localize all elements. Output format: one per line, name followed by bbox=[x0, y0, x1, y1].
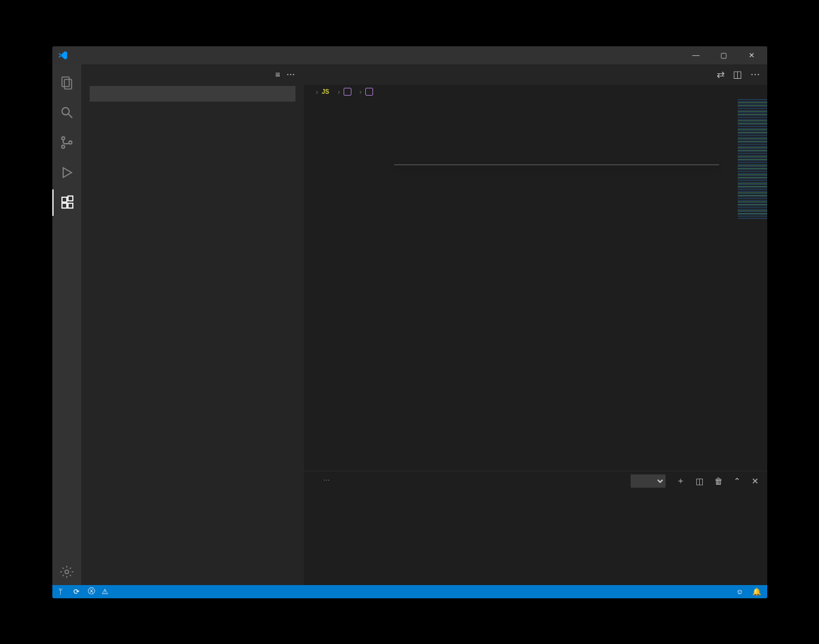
filter-icon[interactable]: ≡ bbox=[275, 70, 280, 79]
more-icon[interactable]: ⋯ bbox=[286, 70, 295, 79]
panel-more-icon[interactable]: ⋯ bbox=[323, 477, 330, 485]
settings-gear-icon[interactable] bbox=[52, 559, 81, 585]
terminal-selector[interactable] bbox=[631, 474, 666, 488]
editor-tabs: ⇄ ◫ ⋯ bbox=[304, 64, 767, 85]
code-editor[interactable] bbox=[304, 99, 767, 471]
compare-changes-icon[interactable]: ⇄ bbox=[717, 69, 725, 80]
panel-header: ⋯ ＋ ◫ 🗑 ⌃ ✕ bbox=[304, 471, 767, 491]
terminal-output[interactable] bbox=[304, 491, 767, 585]
svg-rect-1 bbox=[64, 79, 72, 89]
window-controls: — ▢ ✕ bbox=[688, 51, 762, 60]
svg-marker-7 bbox=[63, 168, 72, 177]
svg-point-5 bbox=[61, 145, 64, 148]
status-feedback-icon[interactable]: ☺ bbox=[736, 587, 743, 596]
kill-terminal-icon[interactable]: 🗑 bbox=[714, 476, 723, 486]
svg-point-4 bbox=[61, 136, 64, 140]
close-panel-icon[interactable]: ✕ bbox=[752, 476, 759, 486]
explorer-icon[interactable] bbox=[52, 69, 81, 96]
svg-rect-8 bbox=[62, 197, 67, 202]
split-terminal-icon[interactable]: ◫ bbox=[696, 476, 703, 486]
terminal-panel: ⋯ ＋ ◫ 🗑 ⌃ ✕ bbox=[304, 471, 767, 585]
extensions-search-input[interactable] bbox=[90, 86, 295, 102]
status-sync-icon[interactable]: ⟳ bbox=[73, 587, 79, 596]
extensions-icon[interactable] bbox=[52, 189, 81, 216]
source-control-icon[interactable] bbox=[52, 129, 81, 156]
vscode-logo-icon bbox=[57, 50, 68, 61]
status-branch[interactable]: ᛘ bbox=[58, 587, 65, 596]
new-terminal-icon[interactable]: ＋ bbox=[676, 476, 685, 486]
intellisense-popup[interactable] bbox=[394, 164, 719, 165]
vscode-window: — ▢ ✕ ≡ ⋯ bbox=[52, 46, 768, 599]
minimap[interactable] bbox=[737, 99, 767, 471]
search-icon[interactable] bbox=[52, 99, 81, 126]
more-actions-icon[interactable]: ⋯ bbox=[750, 69, 760, 80]
status-problems[interactable]: ⓧ ⚠ bbox=[88, 586, 111, 596]
svg-point-2 bbox=[62, 108, 69, 115]
maximize-button[interactable]: ▢ bbox=[715, 51, 732, 60]
code-content[interactable] bbox=[334, 99, 737, 471]
symbol-method-icon bbox=[344, 88, 351, 96]
symbol-method-icon bbox=[365, 88, 373, 96]
breadcrumbs[interactable]: › JS › › bbox=[304, 85, 767, 99]
svg-rect-10 bbox=[68, 203, 73, 208]
svg-rect-0 bbox=[62, 77, 69, 87]
activity-bar bbox=[52, 64, 81, 585]
status-bar: ᛘ ⟳ ⓧ ⚠ ☺ 🔔 bbox=[52, 585, 767, 598]
sidebar-title-row: ≡ ⋯ bbox=[81, 64, 304, 85]
svg-line-3 bbox=[69, 114, 72, 118]
close-button[interactable]: ✕ bbox=[743, 51, 760, 60]
minimize-button[interactable]: — bbox=[688, 51, 705, 60]
editor-actions: ⇄ ◫ ⋯ bbox=[709, 64, 767, 85]
svg-rect-11 bbox=[68, 196, 73, 201]
debug-icon[interactable] bbox=[52, 159, 81, 186]
line-numbers bbox=[304, 99, 334, 471]
svg-rect-9 bbox=[62, 203, 67, 208]
svg-point-6 bbox=[69, 141, 72, 144]
extension-list[interactable] bbox=[81, 105, 304, 585]
maximize-panel-icon[interactable]: ⌃ bbox=[734, 476, 741, 486]
editor-area: ⇄ ◫ ⋯ › JS › › bbox=[304, 64, 767, 585]
split-editor-icon[interactable]: ◫ bbox=[733, 69, 742, 80]
title-bar: — ▢ ✕ bbox=[52, 46, 767, 64]
extensions-sidebar: ≡ ⋯ bbox=[81, 64, 304, 585]
status-notifications-icon[interactable]: 🔔 bbox=[752, 587, 761, 596]
svg-point-12 bbox=[65, 570, 69, 574]
